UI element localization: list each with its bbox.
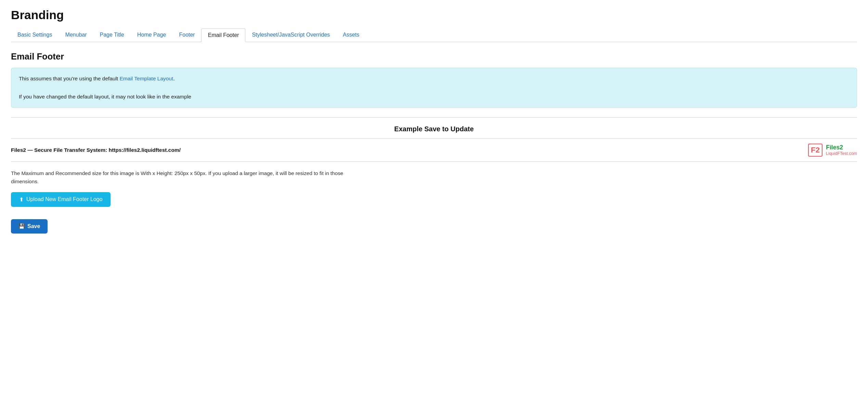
example-site-text: Files2 — Secure File Transfer System: ht… xyxy=(11,147,181,153)
save-icon xyxy=(18,223,25,229)
tab-home-page[interactable]: Home Page xyxy=(131,28,173,42)
tab-email-footer[interactable]: Email Footer xyxy=(201,28,245,42)
tab-stylesheet-js[interactable]: Stylesheet/JavaScript Overrides xyxy=(245,28,336,42)
upload-logo-button[interactable]: Upload New Email Footer Logo xyxy=(11,192,111,207)
logo-container: F2 Files2 LiquidFTest.com xyxy=(808,144,857,157)
example-content-row: Files2 — Secure File Transfer System: ht… xyxy=(11,138,857,162)
tab-menubar[interactable]: Menubar xyxy=(59,28,93,42)
tab-page-title[interactable]: Page Title xyxy=(93,28,131,42)
save-button[interactable]: Save xyxy=(11,219,48,234)
divider-1 xyxy=(11,117,857,118)
tab-basic-settings[interactable]: Basic Settings xyxy=(11,28,59,42)
save-button-label: Save xyxy=(27,223,40,229)
files2-sub: LiquidFTest.com xyxy=(826,151,857,156)
example-section: Example Save to Update Files2 — Secure F… xyxy=(11,125,857,219)
upload-icon xyxy=(19,196,24,203)
f2-text: F2 xyxy=(811,146,820,155)
files2-name: Files2 xyxy=(826,144,857,151)
save-section: Save xyxy=(11,219,857,234)
email-footer-section-title: Email Footer xyxy=(11,52,857,62)
info-box: This assumes that you're using the defau… xyxy=(11,68,857,108)
info-text-line1-end: . xyxy=(173,76,175,81)
tab-assets[interactable]: Assets xyxy=(336,28,366,42)
upload-button-label: Upload New Email Footer Logo xyxy=(26,196,102,202)
page-title: Branding xyxy=(11,8,857,22)
tabs-nav: Basic Settings Menubar Page Title Home P… xyxy=(11,28,857,42)
info-text-line2: If you have changed the default layout, … xyxy=(19,92,849,101)
f2-logo-box: F2 xyxy=(808,144,822,157)
email-template-layout-link[interactable]: Email Template Layout xyxy=(119,76,173,81)
info-text-line1: This assumes that you're using the defau… xyxy=(19,76,119,81)
image-info-text: The Maximum and Recommended size for thi… xyxy=(11,169,367,186)
files2-brand: Files2 LiquidFTest.com xyxy=(826,144,857,156)
example-title: Example Save to Update xyxy=(11,125,857,133)
tab-footer[interactable]: Footer xyxy=(173,28,201,42)
